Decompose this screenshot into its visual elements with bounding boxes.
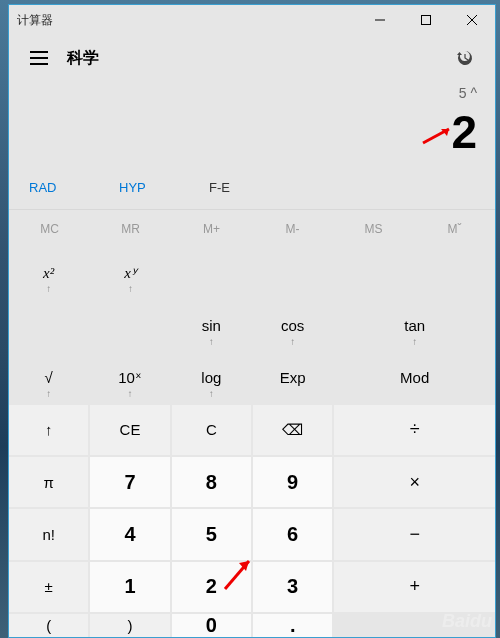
hyp-button[interactable]: HYP xyxy=(109,180,189,195)
backspace-button[interactable]: ⌫ xyxy=(253,405,332,455)
shift-button[interactable]: ↑ xyxy=(9,405,88,455)
six-button[interactable]: 6 xyxy=(253,509,332,559)
log-button[interactable]: log↑ xyxy=(172,353,251,403)
one-button[interactable]: 1 xyxy=(90,562,169,612)
svg-rect-1 xyxy=(422,16,431,25)
three-button[interactable]: 3 xyxy=(253,562,332,612)
eight-button[interactable]: 8 xyxy=(172,457,251,507)
calculator-window: 计算器 科学 5 ^ 2 RAD HYP F-E MC MR M+ M- MS … xyxy=(8,4,496,638)
close-button[interactable] xyxy=(449,5,495,35)
lparen-button[interactable]: ( xyxy=(9,614,88,637)
exp-button[interactable]: Exp xyxy=(253,353,332,403)
titlebar: 计算器 xyxy=(9,5,495,35)
mode-label: 科学 xyxy=(67,48,445,69)
button-grid: x²↑ xʸ↑ sin↑ cos↑ tan↑ √↑ 10ˣ↑ log↑ Exp … xyxy=(9,248,495,637)
add-button[interactable]: + xyxy=(334,562,495,612)
dot-button[interactable]: . xyxy=(253,614,332,637)
sin-button[interactable]: sin↑ xyxy=(172,300,251,350)
rparen-button[interactable]: ) xyxy=(90,614,169,637)
mminus-button[interactable]: M- xyxy=(252,210,333,248)
history-icon[interactable] xyxy=(445,48,485,68)
window-title: 计算器 xyxy=(17,12,357,29)
cos-button[interactable]: cos↑ xyxy=(253,300,332,350)
xsq-button[interactable]: x²↑ xyxy=(9,248,88,298)
multiply-button[interactable]: × xyxy=(334,457,495,507)
mode-row: RAD HYP F-E xyxy=(9,165,495,209)
seven-button[interactable]: 7 xyxy=(90,457,169,507)
zero-button[interactable]: 0 xyxy=(172,614,251,637)
xy-button[interactable]: xʸ↑ xyxy=(90,248,170,298)
ms-button[interactable]: MS xyxy=(333,210,414,248)
result: 2 xyxy=(19,109,477,155)
mrecall-button[interactable]: Mˇ xyxy=(414,210,495,248)
factorial-button[interactable]: n! xyxy=(9,509,88,559)
divide-button[interactable]: ÷ xyxy=(334,405,495,455)
mr-button[interactable]: MR xyxy=(90,210,171,248)
display: 5 ^ 2 xyxy=(9,81,495,165)
mplus-button[interactable]: M+ xyxy=(171,210,252,248)
plusminus-button[interactable]: ± xyxy=(9,562,88,612)
mc-button[interactable]: MC xyxy=(9,210,90,248)
annotation-arrow-icon xyxy=(421,125,455,145)
four-button[interactable]: 4 xyxy=(90,509,169,559)
annotation-arrow-icon xyxy=(219,553,259,593)
subtract-button[interactable]: − xyxy=(334,509,495,559)
header: 科学 xyxy=(9,35,495,81)
ce-button[interactable]: CE xyxy=(90,405,169,455)
menu-icon[interactable] xyxy=(19,57,59,59)
tan-button[interactable]: tan↑ xyxy=(334,300,495,350)
pi-button[interactable]: π xyxy=(9,457,88,507)
nine-button[interactable]: 9 xyxy=(253,457,332,507)
maximize-button[interactable] xyxy=(403,5,449,35)
expression: 5 ^ xyxy=(19,85,477,105)
mod-button[interactable]: Mod xyxy=(334,353,495,403)
rad-button[interactable]: RAD xyxy=(19,180,99,195)
memory-row: MC MR M+ M- MS Mˇ xyxy=(9,209,495,248)
sqrt-button[interactable]: √↑ xyxy=(9,353,88,403)
fe-button[interactable]: F-E xyxy=(199,180,279,195)
minimize-button[interactable] xyxy=(357,5,403,35)
c-button[interactable]: C xyxy=(172,405,251,455)
tenx-button[interactable]: 10ˣ↑ xyxy=(90,353,169,403)
